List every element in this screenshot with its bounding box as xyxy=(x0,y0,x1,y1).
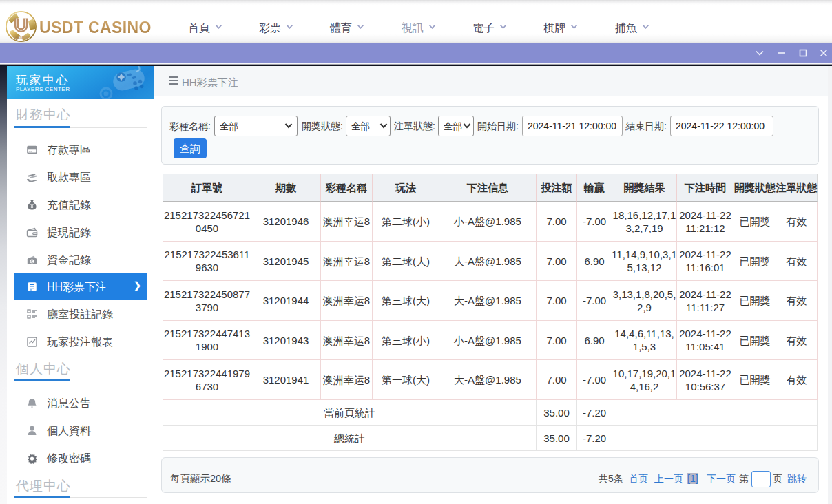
svg-text:Casino: Casino xyxy=(14,35,28,39)
